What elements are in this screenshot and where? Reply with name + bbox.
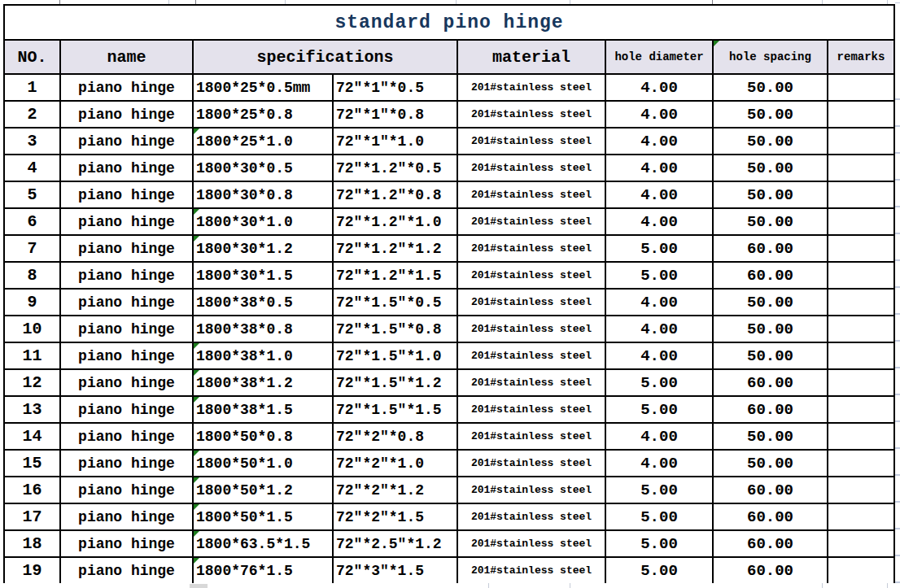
cell-no[interactable]: 4 xyxy=(4,155,60,181)
cell-no[interactable]: 15 xyxy=(4,450,60,477)
cell-no[interactable]: 18 xyxy=(4,530,60,557)
cell-spec-inch[interactable]: 72″*1.5″*0.5 xyxy=(333,289,457,316)
cell-no[interactable]: 14 xyxy=(4,423,60,450)
cell-name[interactable]: piano hinge xyxy=(60,208,193,235)
cell-spec-inch[interactable]: 72″*1.5″*1.0 xyxy=(333,342,457,369)
cell-hole-diameter[interactable]: 4.00 xyxy=(605,289,713,316)
cell-spec-inch[interactable]: 72″*2″*1.2 xyxy=(333,477,457,503)
cell-name[interactable]: piano hinge xyxy=(60,396,193,423)
cell-hole-spacing[interactable]: 60.00 xyxy=(713,262,828,289)
cell-spec-inch[interactable]: 72″*1.2″*0.8 xyxy=(333,181,457,208)
col-header-specifications[interactable]: specifications xyxy=(193,40,457,74)
cell-name[interactable]: piano hinge xyxy=(60,155,193,181)
col-header-no[interactable]: NO. xyxy=(4,40,60,74)
cell-spec-mm[interactable]: 1800*30*0.8 xyxy=(193,181,333,208)
cell-remarks[interactable] xyxy=(828,235,894,262)
cell-no[interactable]: 7 xyxy=(4,235,60,262)
cell-hole-spacing[interactable]: 50.00 xyxy=(713,181,828,208)
cell-remarks[interactable] xyxy=(828,423,894,450)
cell-material[interactable]: 201#stainless steel xyxy=(457,289,605,316)
cell-remarks[interactable] xyxy=(828,503,894,530)
cell-remarks[interactable] xyxy=(828,101,894,128)
cell-remarks[interactable] xyxy=(828,128,894,155)
cell-name[interactable]: piano hinge xyxy=(60,369,193,396)
cell-remarks[interactable] xyxy=(828,450,894,477)
cell-spec-inch[interactable]: 72″*1″*0.5 xyxy=(333,74,457,101)
cell-name[interactable]: piano hinge xyxy=(60,181,193,208)
cell-material[interactable]: 201#stainless steel xyxy=(457,208,605,235)
cell-spec-mm[interactable]: 1800*30*1.0 xyxy=(193,208,333,235)
cell-no[interactable]: 10 xyxy=(4,316,60,342)
cell-spec-mm[interactable]: 1800*50*1.2 xyxy=(193,477,333,503)
cell-spec-mm[interactable]: 1800*50*0.8 xyxy=(193,423,333,450)
cell-hole-diameter[interactable]: 5.00 xyxy=(605,477,713,503)
cell-spec-mm[interactable]: 1800*30*0.5 xyxy=(193,155,333,181)
cell-no[interactable]: 6 xyxy=(4,208,60,235)
cell-name[interactable]: piano hinge xyxy=(60,477,193,503)
cell-hole-diameter[interactable]: 4.00 xyxy=(605,181,713,208)
cell-remarks[interactable] xyxy=(828,530,894,557)
cell-hole-diameter[interactable]: 4.00 xyxy=(605,128,713,155)
table-title[interactable]: standard pino hinge xyxy=(4,5,894,40)
cell-material[interactable]: 201#stainless steel xyxy=(457,396,605,423)
col-header-remarks[interactable]: remarks xyxy=(828,40,894,74)
cell-material[interactable]: 201#stainless steel xyxy=(457,101,605,128)
cell-spec-inch[interactable]: 72″*3″*1.5 xyxy=(333,557,457,584)
cell-hole-diameter[interactable]: 5.00 xyxy=(605,235,713,262)
cell-hole-spacing[interactable]: 50.00 xyxy=(713,101,828,128)
cell-hole-diameter[interactable]: 5.00 xyxy=(605,396,713,423)
cell-hole-spacing[interactable]: 50.00 xyxy=(713,316,828,342)
cell-no[interactable]: 17 xyxy=(4,503,60,530)
cell-hole-diameter[interactable]: 4.00 xyxy=(605,450,713,477)
cell-name[interactable]: piano hinge xyxy=(60,235,193,262)
cell-name[interactable]: piano hinge xyxy=(60,262,193,289)
cell-material[interactable]: 201#stainless steel xyxy=(457,342,605,369)
cell-material[interactable]: 201#stainless steel xyxy=(457,477,605,503)
cell-hole-diameter[interactable]: 5.00 xyxy=(605,262,713,289)
cell-spec-mm[interactable]: 1800*38*1.5 xyxy=(193,396,333,423)
cell-material[interactable]: 201#stainless steel xyxy=(457,423,605,450)
cell-spec-mm[interactable]: 1800*25*1.0 xyxy=(193,128,333,155)
cell-remarks[interactable] xyxy=(828,396,894,423)
cell-material[interactable]: 201#stainless steel xyxy=(457,155,605,181)
cell-no[interactable]: 1 xyxy=(4,74,60,101)
cell-spec-inch[interactable]: 72″*1.2″*1.5 xyxy=(333,262,457,289)
cell-material[interactable]: 201#stainless steel xyxy=(457,128,605,155)
cell-remarks[interactable] xyxy=(828,369,894,396)
cell-name[interactable]: piano hinge xyxy=(60,289,193,316)
cell-no[interactable]: 12 xyxy=(4,369,60,396)
cell-spec-mm[interactable]: 1800*63.5*1.5 xyxy=(193,530,333,557)
cell-name[interactable]: piano hinge xyxy=(60,557,193,584)
cell-no[interactable]: 3 xyxy=(4,128,60,155)
cell-hole-spacing[interactable]: 50.00 xyxy=(713,342,828,369)
cell-hole-diameter[interactable]: 4.00 xyxy=(605,101,713,128)
cell-material[interactable]: 201#stainless steel xyxy=(457,262,605,289)
cell-remarks[interactable] xyxy=(828,316,894,342)
cell-no[interactable]: 19 xyxy=(4,557,60,584)
cell-hole-diameter[interactable]: 5.00 xyxy=(605,530,713,557)
cell-hole-spacing[interactable]: 50.00 xyxy=(713,208,828,235)
cell-material[interactable]: 201#stainless steel xyxy=(457,316,605,342)
col-header-material[interactable]: material xyxy=(457,40,605,74)
cell-material[interactable]: 201#stainless steel xyxy=(457,181,605,208)
cell-spec-inch[interactable]: 72″*1.5″*0.8 xyxy=(333,316,457,342)
cell-spec-inch[interactable]: 72″*2″*1.5 xyxy=(333,503,457,530)
cell-hole-diameter[interactable]: 4.00 xyxy=(605,155,713,181)
cell-spec-mm[interactable]: 1800*38*0.5 xyxy=(193,289,333,316)
cell-spec-inch[interactable]: 72″*1″*1.0 xyxy=(333,128,457,155)
cell-name[interactable]: piano hinge xyxy=(60,503,193,530)
cell-hole-diameter[interactable]: 4.00 xyxy=(605,342,713,369)
cell-material[interactable]: 201#stainless steel xyxy=(457,557,605,584)
cell-hole-spacing[interactable]: 60.00 xyxy=(713,503,828,530)
cell-remarks[interactable] xyxy=(828,477,894,503)
cell-hole-spacing[interactable]: 50.00 xyxy=(713,74,828,101)
cell-hole-diameter[interactable]: 4.00 xyxy=(605,208,713,235)
cell-material[interactable]: 201#stainless steel xyxy=(457,369,605,396)
cell-no[interactable]: 13 xyxy=(4,396,60,423)
cell-no[interactable]: 8 xyxy=(4,262,60,289)
cell-hole-spacing[interactable]: 50.00 xyxy=(713,289,828,316)
cell-spec-mm[interactable]: 1800*30*1.5 xyxy=(193,262,333,289)
cell-spec-mm[interactable]: 1800*50*1.0 xyxy=(193,450,333,477)
col-header-hole-spacing[interactable]: hole spacing xyxy=(713,40,828,74)
cell-spec-mm[interactable]: 1800*38*1.2 xyxy=(193,369,333,396)
